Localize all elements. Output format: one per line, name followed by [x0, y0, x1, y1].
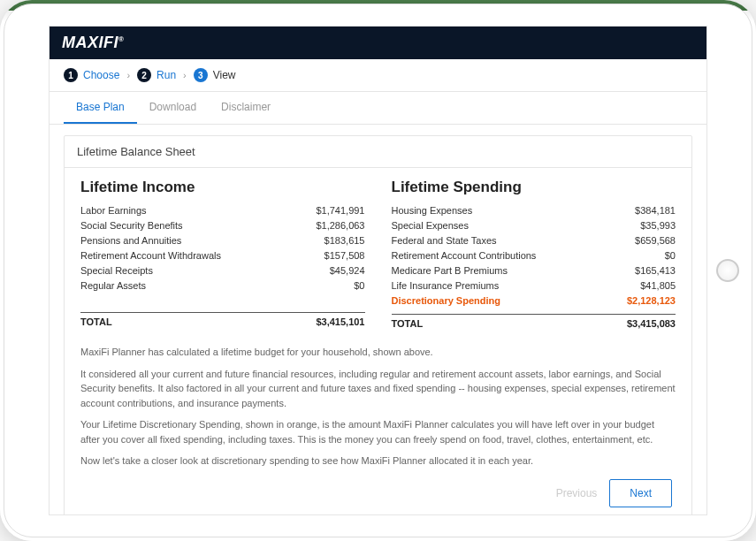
total-label: TOTAL	[392, 318, 424, 329]
income-column: Lifetime Income Labor Earnings$1,741,991…	[80, 179, 365, 329]
row-value: $157,508	[325, 248, 365, 263]
total-value: $3,415,083	[627, 318, 676, 329]
home-button[interactable]	[716, 259, 739, 282]
chevron-right-icon: ›	[183, 70, 187, 80]
row-label: Housing Expenses	[392, 203, 473, 218]
explanation-paragraph: MaxiFi Planner has calculated a lifetime…	[80, 345, 676, 360]
spending-row: Life Insurance Premiums$41,805	[392, 278, 676, 293]
explanation-paragraph: It considered all your current and futur…	[80, 367, 676, 411]
row-value: $0	[665, 248, 676, 263]
spending-row: Federal and State Taxes$659,568	[392, 233, 676, 248]
content-area: Lifetime Balance Sheet Lifetime Income L…	[50, 125, 706, 514]
chevron-right-icon: ›	[126, 70, 130, 80]
row-value: $2,128,123	[627, 293, 676, 309]
income-row: Labor Earnings$1,741,991	[80, 203, 365, 218]
tablet-bezel: MAXIFI® 1 Choose › 2 Run › 3 View	[4, 4, 752, 537]
divider	[392, 314, 676, 315]
spending-column: Lifetime Spending Housing Expenses$384,1…	[392, 179, 676, 329]
tab-base-plan[interactable]: Base Plan	[64, 92, 137, 124]
next-button[interactable]: Next	[609, 479, 672, 507]
previous-button: Previous	[556, 487, 598, 499]
row-value: $165,413	[635, 263, 676, 278]
row-value: $0	[354, 278, 364, 293]
row-value: $35,993	[640, 218, 676, 233]
row-label: Medicare Part B Premiums	[392, 263, 508, 278]
income-row: Regular Assets$0	[80, 278, 365, 293]
panel-title: Lifetime Balance Sheet	[65, 136, 691, 168]
total-value: $3,415,101	[316, 316, 364, 327]
tab-disclaimer[interactable]: Disclaimer	[209, 92, 283, 124]
step-view[interactable]: 3 View	[194, 68, 236, 82]
row-value: $1,741,991	[316, 203, 364, 218]
explanation-text: MaxiFi Planner has calculated a lifetime…	[80, 345, 676, 469]
panel-body: Lifetime Income Labor Earnings$1,741,991…	[65, 168, 691, 514]
app-screen: MAXIFI® 1 Choose › 2 Run › 3 View	[49, 26, 707, 515]
brand-logo: MAXIFI®	[62, 34, 124, 51]
row-value: $384,181	[635, 203, 676, 218]
row-label: Social Security Benefits	[80, 218, 183, 233]
income-row: Retirement Account Withdrawals$157,508	[80, 248, 365, 263]
row-value: $45,924	[330, 263, 365, 278]
balance-grid: Lifetime Income Labor Earnings$1,741,991…	[80, 179, 676, 329]
income-row: Pensions and Annuities$183,615	[80, 233, 365, 248]
row-value: $659,568	[635, 233, 676, 248]
row-label: Life Insurance Premiums	[392, 278, 500, 293]
step-run[interactable]: 2 Run	[137, 68, 176, 82]
step-choose[interactable]: 1 Choose	[64, 68, 119, 82]
explanation-paragraph: Now let's take a closer look at discreti…	[80, 453, 676, 469]
step-label: Choose	[83, 69, 119, 81]
explanation-paragraph: Your Lifetime Discretionary Spending, sh…	[80, 417, 676, 446]
tab-bar: Base Plan Download Disclaimer	[50, 92, 706, 125]
step-label: View	[213, 69, 236, 81]
row-label: Labor Earnings	[80, 203, 147, 218]
footer-nav: Previous Next	[80, 479, 676, 511]
row-label: Pensions and Annuities	[80, 233, 181, 248]
spending-row: Medicare Part B Premiums$165,413	[392, 263, 676, 278]
tab-download[interactable]: Download	[137, 92, 209, 124]
brand-text: MAXIFI	[62, 34, 118, 51]
spending-total: TOTAL$3,415,083	[392, 318, 676, 329]
step-number: 1	[64, 68, 78, 82]
row-label: Special Expenses	[392, 218, 469, 233]
income-total: TOTAL$3,415,101	[80, 316, 365, 327]
step-number: 3	[194, 68, 208, 82]
row-label: Retirement Account Contributions	[392, 248, 537, 263]
row-label: Federal and State Taxes	[392, 233, 497, 248]
row-label: Special Receipts	[80, 263, 153, 278]
step-label: Run	[157, 69, 176, 81]
tablet-frame: MAXIFI® 1 Choose › 2 Run › 3 View	[0, 0, 756, 541]
spending-row: Housing Expenses$384,181	[392, 203, 676, 218]
wizard-stepper: 1 Choose › 2 Run › 3 View	[50, 59, 706, 92]
income-row: Social Security Benefits$1,286,063	[80, 218, 365, 233]
spending-row-discretionary: Discretionary Spending$2,128,123	[392, 293, 676, 309]
app-header: MAXIFI®	[50, 27, 706, 59]
row-label: Regular Assets	[80, 278, 146, 293]
row-value: $183,615	[325, 233, 365, 248]
balance-sheet-panel: Lifetime Balance Sheet Lifetime Income L…	[64, 135, 692, 514]
row-value: $41,805	[640, 278, 676, 293]
spending-row: Special Expenses$35,993	[392, 218, 676, 233]
total-label: TOTAL	[80, 316, 112, 327]
divider	[80, 312, 365, 313]
income-row: Special Receipts$45,924	[80, 263, 365, 278]
row-label: Discretionary Spending	[392, 293, 500, 309]
row-value: $1,286,063	[316, 218, 364, 233]
row-label: Retirement Account Withdrawals	[80, 248, 221, 263]
income-heading: Lifetime Income	[80, 179, 365, 196]
spending-heading: Lifetime Spending	[392, 179, 676, 196]
spending-row: Retirement Account Contributions$0	[392, 248, 676, 263]
step-number: 2	[137, 68, 151, 82]
